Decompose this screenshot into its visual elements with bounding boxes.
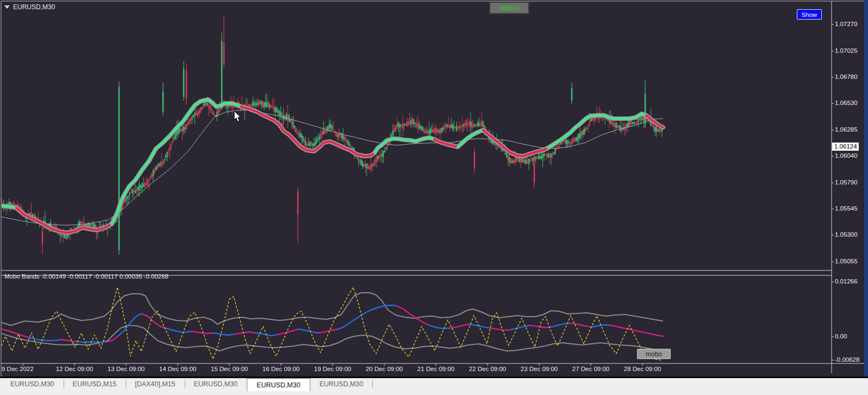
chart-symbol-label[interactable]: EURUSD,M30 [4,3,55,11]
chart-tab[interactable]: EURUSD,M30 [185,378,247,390]
tabs-end-separator [372,380,373,388]
indicator-title: Mobo Bands -0.00149 -0.00117 -0.00117 0.… [4,273,168,280]
mt4-chart-window: EURUSD,M30 ribbon Show Mobo Bands -0.001… [0,0,868,395]
chart-tab[interactable]: [DAX40],M15 [126,378,184,390]
time-tick-label: 19 Dec 09:00 [314,366,351,372]
mobo-button-label: mobo [646,350,662,358]
show-button[interactable]: Show [797,9,822,20]
window-right-border [864,0,868,377]
indicator-tick-label: -0.00628 [835,356,859,363]
chart-tab[interactable]: EURUSD,M30 [1,378,64,390]
time-tick-label: 28 Dec 09:00 [624,366,661,372]
chart-tab[interactable]: EURUSD,M30 [310,378,373,390]
chart-tab-selected[interactable]: EURUSD,M30 [247,378,310,391]
time-tick-label: 13 Dec 09:00 [108,366,145,372]
chart-canvas[interactable] [0,0,868,395]
price-tick-label: 1.05055 [835,258,858,264]
ribbon-button-label: ribbon [499,4,519,12]
time-tick-label: 9 Dec 2022 [2,366,34,372]
time-tick-label: 20 Dec 09:00 [366,366,403,372]
mobo-button[interactable]: mobo [637,349,671,359]
ribbon-button[interactable]: ribbon [490,2,529,14]
chevron-down-icon [4,5,10,9]
time-tick-label: 21 Dec 09:00 [417,366,454,372]
time-tick-label: 14 Dec 09:00 [159,366,196,372]
show-button-label: Show [802,11,817,18]
price-tick-label: 1.06780 [835,73,858,80]
indicator-tick-label: 0.00 [835,333,847,340]
time-tick-label: 27 Dec 09:00 [572,366,609,372]
time-tick-label: 12 Dec 09:00 [56,366,93,372]
price-tick-label: 1.07025 [835,47,858,54]
price-tick-label: 1.06040 [835,152,858,159]
symbol-text: EURUSD,M30 [13,3,55,11]
price-tick-label: 1.05790 [835,179,858,186]
price-tick-label: 1.05300 [835,231,858,238]
price-tick-label: 1.06285 [835,126,858,133]
price-tick-label: 1.05545 [835,205,858,212]
time-tick-label: 16 Dec 09:00 [263,366,299,372]
price-tick-label: 1.06530 [835,100,858,106]
mouse-cursor [234,111,242,123]
bottom-chrome: EURUSD,M30EURUSD,M15[DAX40],M15EURUSD,M3… [0,377,868,395]
time-tick-label: 15 Dec 09:00 [211,366,248,372]
time-tick-label: 23 Dec 09:00 [521,366,558,372]
indicator-tick-label: 0.01266 [835,278,858,285]
chart-tabs-bar: EURUSD,M30EURUSD,M15[DAX40],M15EURUSD,M3… [0,378,868,391]
current-price-label: 1.06124 [832,143,859,151]
price-tick-label: 1.07270 [835,21,858,27]
time-tick-label: 22 Dec 09:00 [469,366,506,372]
chart-tab[interactable]: EURUSD,M15 [64,378,126,390]
